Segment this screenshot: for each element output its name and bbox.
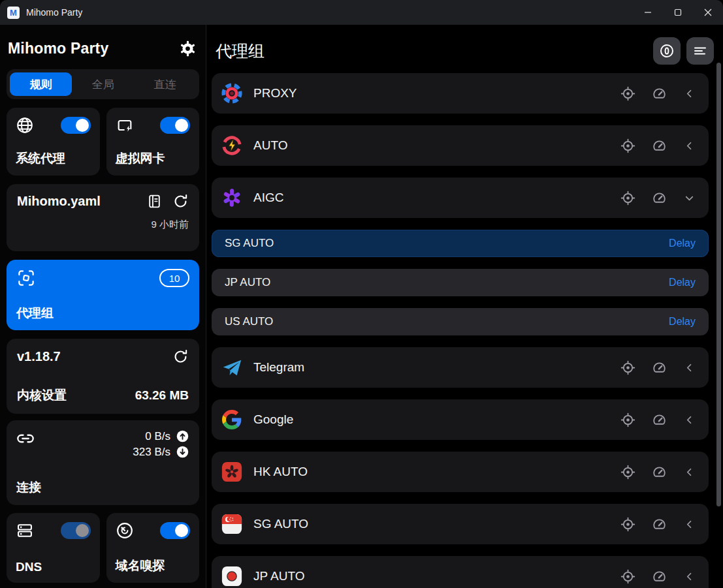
settings-button[interactable]	[179, 40, 197, 57]
system-proxy-toggle[interactable]	[61, 117, 91, 134]
connections-label: 连接	[16, 479, 189, 496]
locate-icon[interactable]	[620, 86, 635, 101]
sniffer-label: 域名嗅探	[116, 557, 191, 574]
proxy-group-icon	[221, 82, 243, 104]
proxy-group-list: PROXY AUTO	[206, 73, 723, 588]
tab-rule[interactable]: 规则	[10, 72, 72, 96]
group-name: AUTO	[253, 138, 287, 153]
list-lines-icon	[692, 43, 708, 59]
maximize-button[interactable]	[663, 0, 693, 25]
locate-icon[interactable]	[620, 191, 635, 206]
dns-toggle[interactable]	[61, 522, 91, 539]
speedtest-icon[interactable]	[652, 412, 667, 427]
group-row-sg-auto[interactable]: SG AUTO	[212, 504, 709, 544]
minimize-button[interactable]	[633, 0, 663, 25]
tab-direct[interactable]: 直连	[134, 72, 196, 96]
gear-icon	[179, 40, 197, 57]
profile-name: Mihomo.yaml	[17, 194, 146, 209]
download-speed: 323 B/s	[133, 446, 170, 459]
locate-icon[interactable]	[620, 465, 635, 480]
group-row-proxy[interactable]: PROXY	[212, 73, 709, 114]
delay-value[interactable]: Delay	[669, 316, 696, 328]
tun-card[interactable]: 虚拟网卡	[106, 108, 200, 176]
speedtest-icon[interactable]	[652, 517, 667, 532]
tun-toggle[interactable]	[160, 117, 190, 134]
dns-label: DNS	[16, 560, 91, 574]
auto-group-icon	[221, 134, 243, 157]
delay-value[interactable]: Delay	[669, 277, 696, 288]
connections-card[interactable]: 0 B/s 323 B/s	[7, 420, 199, 505]
speedtest-icon[interactable]	[652, 191, 667, 206]
main-panel: 代理组	[206, 25, 723, 588]
sidebar-title: Mihomo Party	[8, 40, 108, 57]
chevron-left-icon[interactable]	[683, 414, 696, 426]
chevron-down-icon[interactable]	[683, 192, 696, 204]
scrollbar-thumb[interactable]	[716, 63, 721, 506]
speedtest-icon[interactable]	[652, 569, 667, 584]
delay-value[interactable]: Delay	[669, 238, 696, 249]
member-row-jp-auto[interactable]: JP AUTO Delay	[212, 269, 709, 296]
group-row-hk-auto[interactable]: HK AUTO	[212, 452, 709, 492]
chevron-left-icon[interactable]	[683, 518, 696, 531]
close-icon	[704, 8, 712, 16]
group-row-google[interactable]: Google	[212, 399, 709, 440]
group-name: PROXY	[253, 86, 297, 101]
aigc-group-icon	[221, 187, 243, 209]
locate-icon[interactable]	[620, 569, 635, 584]
profile-card[interactable]: Mihomo.yaml 9 小时前	[7, 184, 199, 251]
system-proxy-card[interactable]: 系统代理	[7, 108, 100, 176]
dns-card[interactable]: DNS	[7, 513, 100, 583]
member-row-us-auto[interactable]: US AUTO Delay	[212, 308, 709, 335]
proxy-groups-count-badge: 10	[159, 269, 189, 287]
group-row-telegram[interactable]: Telegram	[212, 347, 709, 388]
proxy-groups-icon	[16, 268, 36, 288]
tab-global[interactable]: 全局	[72, 72, 134, 96]
close-button[interactable]	[693, 0, 723, 25]
locate-icon[interactable]	[620, 360, 635, 375]
delay-test-all-button[interactable]	[653, 37, 681, 65]
view-mode-button[interactable]	[686, 37, 714, 65]
group-row-jp-auto[interactable]: JP AUTO	[212, 556, 709, 588]
sidebar: Mihomo Party	[0, 25, 206, 588]
chevron-left-icon[interactable]	[683, 362, 696, 374]
locate-icon[interactable]	[620, 517, 635, 532]
restart-core-icon[interactable]	[172, 348, 189, 365]
main-header: 代理组	[206, 25, 723, 73]
speedtest-icon[interactable]	[652, 360, 667, 375]
group-name: JP AUTO	[253, 569, 305, 583]
group-name: Google	[253, 412, 293, 427]
member-row-sg-auto[interactable]: SG AUTO Delay	[212, 230, 709, 257]
group-row-aigc[interactable]: AIGC	[212, 178, 709, 218]
profile-updated: 9 小时前	[17, 219, 189, 231]
speedtest-icon[interactable]	[652, 86, 667, 101]
sniffer-card[interactable]: 域名嗅探	[106, 513, 200, 583]
core-card[interactable]: v1.18.7 内核设置 63.26 MB	[7, 339, 199, 414]
upload-speed: 0 B/s	[145, 430, 170, 443]
sidebar-item-proxy-groups[interactable]: 10 代理组	[7, 260, 199, 330]
tun-label: 虚拟网卡	[116, 150, 191, 167]
group-name: AIGC	[253, 191, 283, 205]
locate-icon[interactable]	[620, 412, 635, 427]
speedtest-icon[interactable]	[652, 138, 667, 153]
chevron-left-icon[interactable]	[683, 87, 696, 100]
core-memory: 63.26 MB	[135, 388, 189, 403]
chevron-left-icon[interactable]	[683, 140, 696, 152]
core-version: v1.18.7	[17, 349, 61, 364]
member-name: SG AUTO	[225, 237, 274, 250]
speedtest-icon[interactable]	[652, 465, 667, 480]
sniffer-toggle[interactable]	[160, 522, 190, 539]
chevron-left-icon[interactable]	[683, 466, 696, 478]
minimize-icon	[644, 8, 652, 16]
proxy-groups-label: 代理组	[16, 305, 189, 322]
refresh-icon[interactable]	[172, 193, 189, 209]
locate-icon[interactable]	[620, 138, 635, 153]
document-icon[interactable]	[146, 193, 163, 209]
system-proxy-label: 系统代理	[16, 150, 91, 167]
google-icon	[221, 409, 243, 431]
group-name: HK AUTO	[253, 465, 308, 479]
app-logo-icon: M	[7, 7, 20, 19]
chevron-left-icon[interactable]	[683, 570, 696, 583]
hk-flag-icon	[221, 461, 243, 483]
sniffer-icon	[116, 521, 134, 540]
group-row-auto[interactable]: AUTO	[212, 125, 709, 166]
